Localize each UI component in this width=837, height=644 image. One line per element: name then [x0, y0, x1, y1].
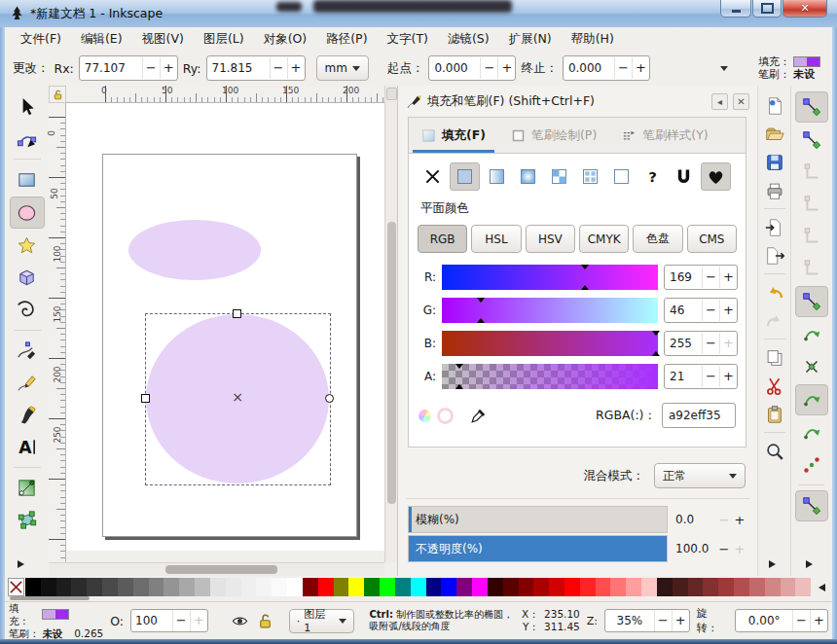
slider-minus-button[interactable]: −	[702, 300, 719, 321]
palette-swatch[interactable]	[348, 578, 364, 596]
fill-rule-nonzero-button[interactable]	[701, 162, 731, 191]
zoom-value[interactable]: 35%	[605, 614, 654, 627]
slider-plus-button[interactable]: +	[719, 300, 737, 321]
slider-plus-button[interactable]: +	[719, 333, 737, 354]
unit-dropdown[interactable]: mm	[316, 55, 369, 81]
selection-handle-right[interactable]	[325, 394, 334, 403]
arc-end-value[interactable]: 0.000	[564, 61, 614, 75]
text-tool[interactable]	[11, 432, 44, 462]
color-slider[interactable]	[442, 298, 658, 323]
rotate-minus-button[interactable]: −	[792, 610, 810, 631]
spiral-tool[interactable]	[11, 295, 44, 325]
layer-visibility-toggle[interactable]	[231, 612, 249, 630]
blur-plus-button[interactable]: +	[732, 513, 747, 527]
object-opacity-value[interactable]: 100	[131, 614, 172, 627]
end-plus-button[interactable]: +	[632, 57, 649, 79]
help-button[interactable]	[638, 163, 667, 190]
open-button[interactable]	[762, 122, 787, 146]
maximize-button[interactable]	[752, 0, 782, 18]
slider-marker[interactable]	[455, 384, 463, 389]
palette-swatch[interactable]	[287, 578, 303, 596]
undo-button[interactable]	[762, 280, 787, 304]
opacity-minus-button[interactable]: −	[716, 542, 732, 556]
blend-mode-dropdown[interactable]: 正常	[654, 463, 746, 488]
ruler-lock[interactable]	[49, 86, 66, 103]
menu-item[interactable]: 文件(F)	[11, 27, 71, 52]
toolbox-overflow-icon[interactable]	[18, 560, 24, 568]
pencil-tool[interactable]	[11, 368, 44, 398]
slider-marker[interactable]	[652, 351, 660, 356]
mode-rgb[interactable]: RGB	[418, 225, 467, 253]
ellipse-center-marker[interactable]: ×	[230, 389, 245, 405]
horizontal-scrollbar[interactable]	[49, 562, 384, 576]
palette-swatch[interactable]	[380, 578, 395, 596]
toolbox-separator[interactable]	[14, 330, 41, 331]
mode-cmyk[interactable]: CMYK	[579, 225, 629, 253]
palette-swatch[interactable]	[210, 578, 226, 596]
duplicate-button[interactable]	[762, 345, 787, 370]
unknown-paint-button[interactable]	[607, 163, 636, 190]
snap-smooth-nodes-button[interactable]	[796, 418, 827, 447]
save-button[interactable]	[762, 150, 787, 174]
paste-button[interactable]	[762, 402, 787, 426]
selector-tool[interactable]	[11, 91, 44, 122]
no-color-swatch[interactable]	[8, 578, 24, 596]
calligraphy-tool[interactable]	[11, 400, 44, 430]
palette-swatch[interactable]	[533, 578, 549, 596]
tab-stroke-paint[interactable]: 笔刷绘制(P)	[498, 118, 609, 153]
slider-value[interactable]: 255	[665, 337, 702, 350]
snap-bbox-edges-button[interactable]	[796, 158, 827, 187]
zoom-minus-button[interactable]: −	[654, 610, 672, 631]
palette-swatch[interactable]	[241, 578, 257, 596]
rx-minus-button[interactable]: −	[142, 57, 160, 79]
title-bar[interactable]: *新建文档 1 - Inkscape ✕	[0, 0, 837, 28]
redo-button[interactable]	[762, 308, 787, 333]
palette-swatch[interactable]	[256, 578, 272, 596]
stroke-width-value[interactable]: 0.265	[74, 627, 103, 639]
mode-hsl[interactable]: HSL	[471, 225, 521, 253]
eyedropper-icon[interactable]	[469, 407, 488, 425]
palette-swatch[interactable]	[734, 578, 749, 596]
palette-swatch[interactable]	[641, 578, 657, 596]
palette-swatch[interactable]	[596, 578, 611, 596]
palette-swatch[interactable]	[781, 578, 796, 596]
menu-item[interactable]: 滤镜(S)	[438, 27, 499, 52]
toolbox-separator[interactable]	[14, 159, 41, 160]
export-button[interactable]	[762, 243, 787, 268]
pen-tool[interactable]	[11, 336, 44, 366]
menu-item[interactable]: 文字(T)	[378, 27, 438, 52]
opacity-plus-button[interactable]: +	[190, 610, 207, 631]
palette-swatch[interactable]	[25, 578, 41, 596]
snap-bbox-centers-button[interactable]	[796, 254, 827, 283]
vertical-scrollbar-thumb[interactable]	[387, 222, 396, 504]
rx-plus-button[interactable]: +	[160, 57, 177, 79]
layer-dropdown[interactable]: · 图层 1	[289, 609, 355, 633]
color-slider[interactable]	[442, 364, 658, 389]
node-tool[interactable]	[11, 124, 44, 154]
star-tool[interactable]	[11, 231, 44, 261]
snap-path-intersections-button[interactable]	[796, 352, 827, 381]
palette-swatch[interactable]	[472, 578, 488, 596]
print-button[interactable]	[762, 178, 787, 202]
palette-swatch[interactable]	[749, 578, 765, 596]
scrollbar-button[interactable]	[386, 88, 397, 100]
commands-overflow-icon[interactable]	[769, 560, 776, 568]
palette-swatch[interactable]	[703, 578, 718, 596]
fill-swatch[interactable]	[42, 609, 69, 620]
ry-value[interactable]: 71.815	[207, 61, 270, 75]
palette-swatch[interactable]	[580, 578, 596, 596]
start-minus-button[interactable]: −	[480, 57, 497, 79]
palette-swatch[interactable]	[334, 578, 349, 596]
mode-cms[interactable]: CMS	[687, 225, 737, 253]
snap-toggle-button[interactable]	[795, 91, 828, 123]
palette-swatch[interactable]	[272, 578, 287, 596]
rgba-input[interactable]: a92eff35	[662, 403, 736, 428]
palette-swatch[interactable]	[765, 578, 781, 596]
palette-swatch[interactable]	[549, 578, 564, 596]
snap-bbox-button[interactable]	[796, 125, 827, 155]
palette-swatch[interactable]	[503, 578, 519, 596]
tab-fill[interactable]: 填充(F)	[409, 118, 498, 153]
menu-item[interactable]: 帮助(H)	[562, 27, 624, 52]
palette-swatch[interactable]	[149, 578, 164, 596]
palette-swatch[interactable]	[795, 578, 811, 596]
